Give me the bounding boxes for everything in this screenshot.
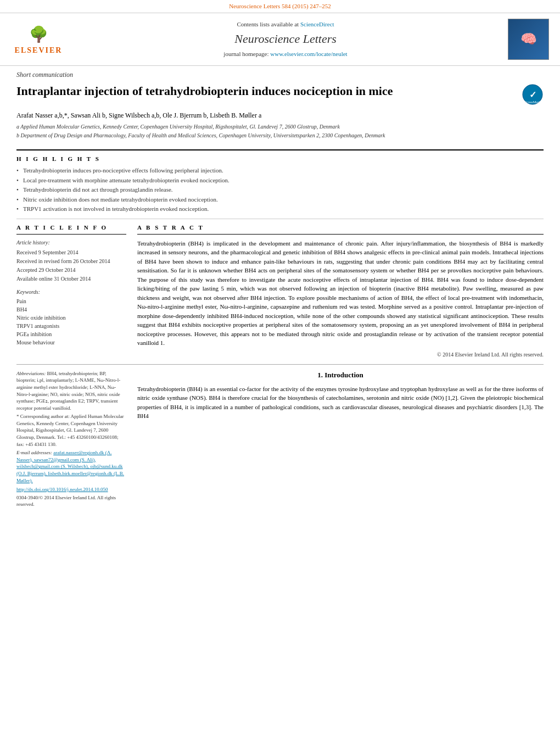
footnotes-col: Abbreviations: BH4, tetrahydrobiopterin;… <box>16 370 126 510</box>
contents-label: Contents lists available at <box>237 21 300 27</box>
keywords-section: Keywords: Pain BH4 Nitric oxide inhibiti… <box>16 288 126 347</box>
elsevier-logo-container: 🌳 ELSEVIER <box>11 24 71 54</box>
journal-thumb-icon: 🧠 <box>520 30 537 49</box>
section-title: Introduction <box>324 371 363 379</box>
svg-text:✓: ✓ <box>529 90 536 99</box>
keywords-label: Keywords: <box>16 288 126 296</box>
article-type-label: Short communication <box>0 66 560 81</box>
email-label: E-mail addresses: <box>16 450 52 455</box>
corresponding-label: * Corresponding author at: <box>16 414 70 419</box>
abbreviations-content: BH4, tetrahydrobiopterin; BP, biopterin;… <box>16 371 120 411</box>
article-info-title: A R T I C L E I N F O <box>16 224 126 234</box>
affiliations-section: a Applied Human Molecular Genetics, Kenn… <box>0 122 560 145</box>
abstract-text: Tetrahydrobiopterin (BH4) is implicated … <box>137 239 544 348</box>
journal-header: 🌳 ELSEVIER Contents lists available at S… <box>0 13 560 66</box>
journal-homepage-line: journal homepage: www.elsevier.com/locat… <box>77 50 494 58</box>
abstract-col: A B S T R A C T Tetrahydrobiopterin (BH4… <box>137 224 544 358</box>
keyword-5: PGE₂ inhibition <box>16 331 126 338</box>
journal-thumbnail-container: 🧠 <box>500 19 549 60</box>
introduction-col: 1. Introduction Tetrahydrobiopterin (BH4… <box>137 370 544 510</box>
journal-title: Neuroscience Letters <box>77 31 494 48</box>
keyword-3: Nitric oxide inhibition <box>16 314 126 322</box>
accepted-date: Accepted 29 October 2014 <box>16 266 126 274</box>
highlight-item-1: Tetrahydrobiopterin induces pro-nocicept… <box>16 166 544 175</box>
introduction-text: Tetrahydrobiopterin (BH4) is an essentia… <box>137 384 544 421</box>
elsevier-tree-icon: 🌳 <box>29 24 48 45</box>
abbreviations-label: Abbreviations: <box>16 371 46 376</box>
section-number: 1. <box>317 371 323 379</box>
citation-text: Neuroscience Letters 584 (2015) 247–252 <box>229 3 331 9</box>
corresponding-author-text: * Corresponding author at: Applied Human… <box>16 413 126 448</box>
revised-date: Received in revised form 26 October 2014 <box>16 258 126 265</box>
highlights-list: Tetrahydrobiopterin induces pro-nocicept… <box>16 166 544 213</box>
section-divider <box>16 364 544 365</box>
received-date: Received 9 September 2014 <box>16 249 126 256</box>
affiliation-b: b Department of Drug Design and Pharmaco… <box>16 132 544 140</box>
journal-citation: Neuroscience Letters 584 (2015) 247–252 <box>0 0 560 13</box>
article-title: Intraplantar injection of tetrahydrobiop… <box>16 83 513 99</box>
highlights-title: H I G H L I G H T S <box>16 155 544 163</box>
homepage-link[interactable]: www.elsevier.com/locate/neulet <box>270 51 347 57</box>
keyword-2: BH4 <box>16 306 126 314</box>
available-date: Available online 31 October 2014 <box>16 275 126 283</box>
highlights-section: H I G H L I G H T S Tetrahydrobiopterin … <box>16 149 544 219</box>
article-history-label: Article history: <box>16 239 126 247</box>
abbreviations-text: Abbreviations: BH4, tetrahydrobiopterin;… <box>16 370 126 412</box>
journal-header-center: Contents lists available at ScienceDirec… <box>77 20 494 59</box>
keyword-1: Pain <box>16 298 126 305</box>
journal-thumbnail: 🧠 <box>508 19 549 60</box>
article-info-col: A R T I C L E I N F O Article history: R… <box>16 224 126 358</box>
page-wrapper: Neuroscience Letters 584 (2015) 247–252 … <box>0 0 560 742</box>
introduction-title: 1. Introduction <box>137 370 544 380</box>
article-title-section: Intraplantar injection of tetrahydrobiop… <box>0 81 560 108</box>
article-info-abstract-row: A R T I C L E I N F O Article history: R… <box>16 224 544 358</box>
crossmark-icon: ✓ CrossMark <box>522 83 544 105</box>
authors-text: Arafat Nasser a,b,*, Sawsan Ali b, Signe… <box>16 111 261 119</box>
highlight-item-3: Tetrahydrobiopterin did not act through … <box>16 186 544 194</box>
sciencedirect-link[interactable]: ScienceDirect <box>300 21 334 27</box>
keyword-4: TRPV1 antagonists <box>16 322 126 330</box>
bottom-section: Abbreviations: BH4, tetrahydrobiopterin;… <box>16 370 544 510</box>
homepage-label: journal homepage: <box>223 51 270 57</box>
highlight-item-4: Nitric oxide inhibition does not mediate… <box>16 196 544 204</box>
copyright-line: © 2014 Elsevier Ireland Ltd. All rights … <box>137 351 544 359</box>
highlight-item-2: Local pre-treatment with morphine attenu… <box>16 176 544 185</box>
elsevier-logo: 🌳 ELSEVIER <box>11 24 66 54</box>
abstract-title: A B S T R A C T <box>137 224 544 234</box>
svg-text:CrossMark: CrossMark <box>524 100 541 104</box>
affiliation-a: a Applied Human Molecular Genetics, Kenn… <box>16 123 544 131</box>
contents-available-line: Contents lists available at ScienceDirec… <box>77 20 494 29</box>
email-text: E-mail addresses: arafat.nasser@regionh.… <box>16 449 126 484</box>
issn-line: 0304-3940/© 2014 Elsevier Ireland Ltd. A… <box>16 494 126 508</box>
keyword-6: Mouse behaviour <box>16 339 126 347</box>
authors-section: Arafat Nasser a,b,*, Sawsan Ali b, Signe… <box>0 108 560 122</box>
highlight-item-5: TRPV1 activation is not involved in tetr… <box>16 205 544 213</box>
elsevier-brand-text: ELSEVIER <box>15 45 63 56</box>
doi-link[interactable]: http://dx.doi.org/10.1016/j.neulet.2014.… <box>16 486 126 493</box>
